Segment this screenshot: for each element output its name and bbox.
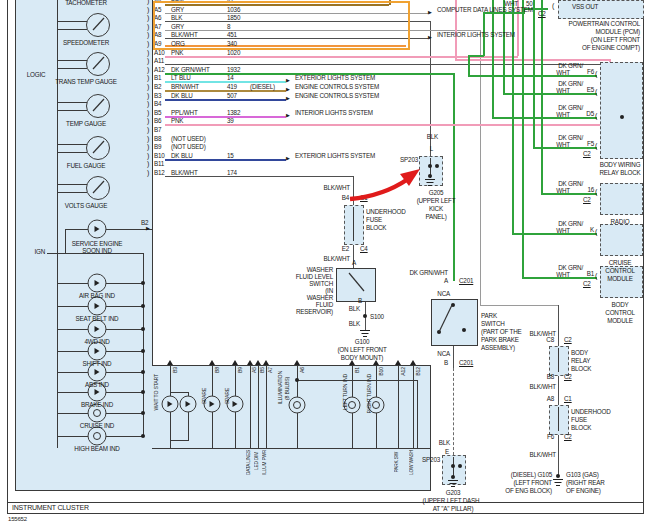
diagram-element bbox=[439, 305, 452, 332]
red-arrow-annotation bbox=[350, 179, 408, 199]
diagram-element bbox=[93, 141, 104, 153]
overlay-strokes bbox=[0, 0, 650, 527]
diagram-element bbox=[93, 57, 104, 69]
diagram-element bbox=[93, 18, 104, 30]
wiring-diagram: TACHOMETER SPEEDOMETER TRANS TEMP GAUGE … bbox=[0, 0, 650, 527]
diagram-element bbox=[349, 273, 364, 291]
diagram-element bbox=[93, 181, 104, 193]
diagram-element bbox=[93, 99, 104, 111]
